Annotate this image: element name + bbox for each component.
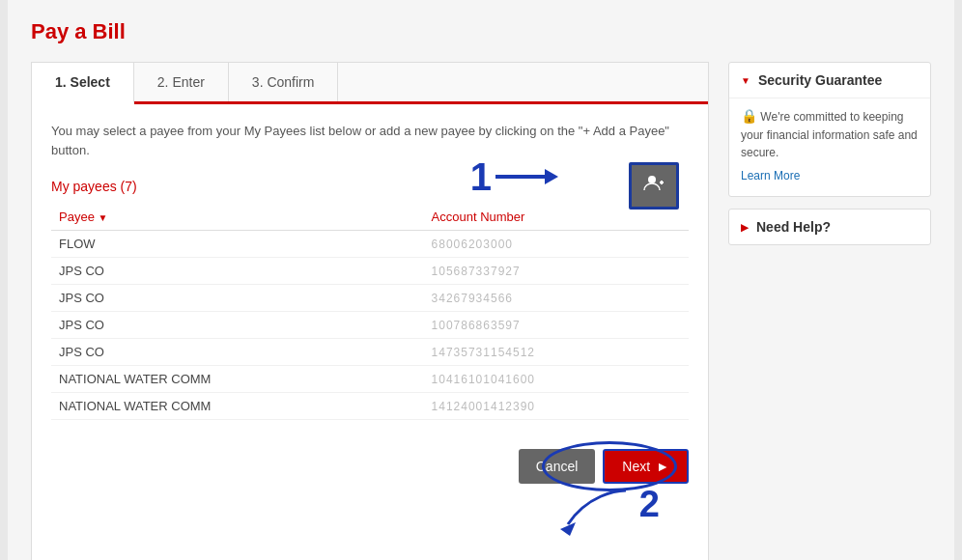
payee-name-cell: NATIONAL WATER COMM <box>51 393 424 420</box>
need-help-box: ▶ Need Help? <box>728 209 931 245</box>
main-content: 1. Select 2. Enter 3. Confirm You may se… <box>31 62 709 560</box>
table-row[interactable]: NATIONAL WATER COMM10416101041600 <box>51 366 689 393</box>
step-1-select[interactable]: 1. Select <box>32 63 134 104</box>
page-wrapper: Pay a Bill 1. Select 2. Enter 3. Confirm… <box>8 0 954 560</box>
account-number-cell: 100786863597 <box>424 312 689 339</box>
lock-icon: 🔒 <box>741 108 757 124</box>
payee-name-cell: JPS CO <box>51 285 424 312</box>
table-row[interactable]: FLOW68006203000 <box>51 231 689 258</box>
steps-bar: 1. Select 2. Enter 3. Confirm <box>32 63 708 104</box>
account-number-cell: 105687337927 <box>424 258 689 285</box>
security-header[interactable]: ▼ Security Guarantee <box>729 63 930 98</box>
account-number-cell: 34267934566 <box>424 285 689 312</box>
main-layout: 1. Select 2. Enter 3. Confirm You may se… <box>31 62 931 560</box>
next-button-wrapper: Next ► <box>603 449 689 484</box>
payee-name-cell: JPS CO <box>51 312 424 339</box>
next-arrow-icon: ► <box>656 459 669 474</box>
payee-name-cell: NATIONAL WATER COMM <box>51 366 424 393</box>
add-person-icon <box>643 173 665 194</box>
svg-point-0 <box>648 176 656 183</box>
annotation-number-2: 2 <box>639 486 660 522</box>
table-row[interactable]: JPS CO100786863597 <box>51 312 689 339</box>
step-3-confirm[interactable]: 3. Confirm <box>229 63 339 101</box>
svg-marker-3 <box>560 522 576 536</box>
security-body: 🔒 We're committed to keeping your financ… <box>729 98 930 196</box>
cancel-button[interactable]: Cancel <box>519 449 596 484</box>
help-toggle-icon: ▶ <box>741 222 749 233</box>
payees-table: Payee ▼ Account Number FLOW68006203000JP… <box>51 204 689 420</box>
arrow-2-svg <box>558 486 636 539</box>
step-2-enter[interactable]: 2. Enter <box>134 63 229 101</box>
account-number-cell: 10416101041600 <box>424 366 689 393</box>
add-payee-button[interactable] <box>629 162 679 210</box>
sidebar: ▼ Security Guarantee 🔒 We're committed t… <box>728 62 931 245</box>
annotation-2-group: 2 <box>558 486 660 539</box>
next-button[interactable]: Next ► <box>603 449 689 484</box>
page-title: Pay a Bill <box>31 19 931 44</box>
table-row[interactable]: JPS CO34267934566 <box>51 285 689 312</box>
table-row[interactable]: JPS CO105687337927 <box>51 258 689 285</box>
sort-arrow-icon: ▼ <box>99 212 108 223</box>
content-area: You may select a payee from your My Paye… <box>32 104 708 437</box>
table-row[interactable]: NATIONAL WATER COMM14124001412390 <box>51 393 689 420</box>
payee-name-cell: JPS CO <box>51 339 424 366</box>
payee-name-cell: FLOW <box>51 231 424 258</box>
account-number-cell: 68006203000 <box>424 231 689 258</box>
payees-header: My payees (7) <box>51 179 689 194</box>
bottom-buttons: Cancel Next ► <box>32 437 708 484</box>
need-help-header[interactable]: ▶ Need Help? <box>729 210 930 244</box>
learn-more-link[interactable]: Learn More <box>741 167 919 184</box>
col-payee-header[interactable]: Payee ▼ <box>51 204 424 231</box>
security-box: ▼ Security Guarantee 🔒 We're committed t… <box>728 62 931 197</box>
table-row[interactable]: JPS CO14735731154512 <box>51 339 689 366</box>
account-number-cell: 14124001412390 <box>424 393 689 420</box>
annotation-2-area: 2 <box>32 484 698 542</box>
instruction-text: You may select a payee from your My Paye… <box>51 122 689 159</box>
account-number-cell: 14735731154512 <box>424 339 689 366</box>
security-toggle-icon: ▼ <box>741 75 750 86</box>
payee-name-cell: JPS CO <box>51 258 424 285</box>
